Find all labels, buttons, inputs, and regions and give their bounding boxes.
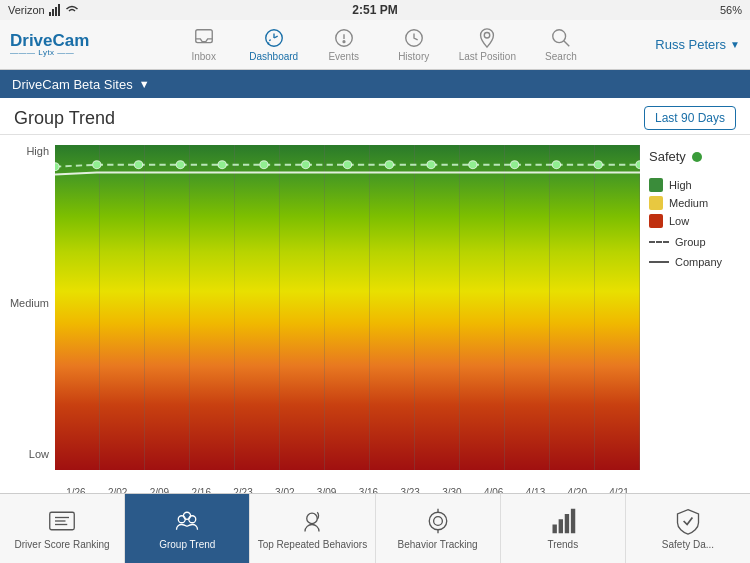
dot-6 — [302, 161, 310, 169]
nav-search-label: Search — [545, 51, 577, 62]
tracking-icon — [424, 507, 452, 535]
dot-0 — [55, 163, 59, 171]
safety-dashboard-icon — [674, 507, 702, 535]
svg-point-8 — [343, 41, 345, 43]
dot-4 — [218, 161, 226, 169]
dot-10 — [469, 161, 477, 169]
tab-safety-dashboard[interactable]: Safety Da... — [626, 494, 750, 563]
logo-sub: ——— Lytx —— — [10, 49, 89, 57]
dot-7 — [343, 161, 351, 169]
svg-point-22 — [433, 516, 442, 525]
search-icon — [550, 27, 572, 49]
dot-11 — [510, 161, 518, 169]
svg-rect-27 — [565, 514, 569, 533]
svg-rect-25 — [552, 524, 556, 533]
company-line — [55, 173, 640, 175]
tab-behavior-tracking[interactable]: Behavior Tracking — [376, 494, 501, 563]
legend-item-low: Low — [649, 214, 741, 228]
nav-lastpos-label: Last Position — [459, 51, 516, 62]
tab-bar: Driver Score Ranking Group Trend Top Rep… — [0, 493, 750, 563]
tab-driver-score-ranking[interactable]: Driver Score Ranking — [0, 494, 125, 563]
repeated-behaviors-icon — [298, 507, 326, 535]
driver-score-icon — [48, 507, 76, 535]
tab-top-repeated-behaviors[interactable]: Top Repeated Behaviors — [250, 494, 375, 563]
nav-item-dashboard[interactable]: Dashboard — [249, 27, 299, 62]
legend-item-group: Group — [649, 236, 741, 248]
tab-label-group-trend: Group Trend — [159, 539, 215, 551]
legend-label-high: High — [669, 179, 692, 191]
sub-nav[interactable]: DriveCam Beta Sites ▼ — [0, 70, 750, 98]
trends-icon — [549, 507, 577, 535]
user-chevron-icon: ▼ — [730, 39, 740, 50]
inbox-icon — [193, 27, 215, 49]
nav-item-search[interactable]: Search — [536, 27, 586, 62]
legend-item-medium: Medium — [649, 196, 741, 210]
svg-rect-2 — [55, 7, 57, 16]
dot-9 — [427, 161, 435, 169]
legend-item-high: High — [649, 178, 741, 192]
svg-line-12 — [564, 41, 570, 47]
y-label-low: Low — [6, 448, 49, 460]
logo: DriveCam ——— Lytx —— — [10, 32, 89, 57]
svg-point-21 — [429, 512, 447, 530]
svg-point-11 — [553, 30, 566, 43]
wifi-icon — [65, 4, 79, 16]
nav-item-last-position[interactable]: Last Position — [459, 27, 516, 62]
legend-title: Safety — [649, 149, 741, 164]
tab-label-safety-dashboard: Safety Da... — [662, 539, 714, 551]
dot-8 — [385, 161, 393, 169]
legend-label-medium: Medium — [669, 197, 708, 209]
legend-title-text: Safety — [649, 149, 686, 164]
svg-rect-3 — [58, 4, 60, 16]
chart-legend: Safety High Medium Low Group Compan — [645, 145, 745, 272]
legend-label-company: Company — [675, 256, 722, 268]
legend-color-medium — [649, 196, 663, 210]
y-axis-labels: High Medium Low — [0, 135, 55, 470]
svg-rect-1 — [52, 9, 54, 16]
tab-trends[interactable]: Trends — [501, 494, 626, 563]
nav-item-inbox[interactable]: Inbox — [179, 27, 229, 62]
carrier-label: Verizon — [8, 4, 45, 16]
nav-bar: DriveCam ——— Lytx —— Inbox Dashboard Eve… — [0, 20, 750, 70]
nav-item-history[interactable]: History — [389, 27, 439, 62]
legend-color-high — [649, 178, 663, 192]
dot-2 — [134, 161, 142, 169]
events-icon — [333, 27, 355, 49]
dot-12 — [552, 161, 560, 169]
dot-1 — [93, 161, 101, 169]
chart-svg — [55, 145, 640, 470]
nav-icons: Inbox Dashboard Events History — [109, 27, 655, 62]
tab-group-trend[interactable]: Group Trend — [125, 494, 250, 563]
nav-item-events[interactable]: Events — [319, 27, 369, 62]
dot-5 — [260, 161, 268, 169]
nav-history-label: History — [398, 51, 429, 62]
legend-label-group: Group — [675, 236, 706, 248]
battery-label: 56% — [720, 4, 742, 16]
legend-color-low — [649, 214, 663, 228]
svg-rect-26 — [558, 519, 562, 533]
page-title: Group Trend — [14, 108, 115, 129]
status-bar: Verizon 2:51 PM 56% — [0, 0, 750, 20]
svg-rect-28 — [571, 508, 575, 533]
page-header: Group Trend Last 90 Days — [0, 98, 750, 135]
legend-safety-dot — [692, 152, 702, 162]
dot-14 — [636, 161, 640, 169]
user-menu[interactable]: Russ Peters ▼ — [655, 37, 740, 52]
legend-line-company — [649, 261, 669, 263]
svg-rect-4 — [195, 30, 212, 43]
dot-3 — [176, 161, 184, 169]
sub-nav-chevron-icon: ▼ — [139, 78, 150, 90]
y-label-high: High — [6, 145, 49, 157]
group-trend-icon — [173, 507, 201, 535]
chart-container: High Medium Low — [0, 135, 750, 500]
nav-events-label: Events — [328, 51, 359, 62]
date-range-button[interactable]: Last 90 Days — [644, 106, 736, 130]
logo-text: DriveCam — [10, 32, 89, 49]
tab-label-behavior-tracking: Behavior Tracking — [398, 539, 478, 551]
dashboard-icon — [263, 27, 285, 49]
history-icon — [403, 27, 425, 49]
time-label: 2:51 PM — [352, 3, 397, 17]
legend-item-company: Company — [649, 256, 741, 268]
signal-icon — [49, 4, 61, 16]
svg-point-20 — [307, 513, 318, 524]
